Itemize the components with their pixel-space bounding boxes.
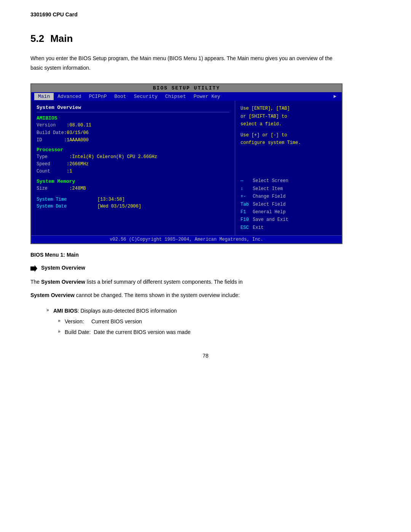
page-number: 78	[30, 353, 381, 359]
key-general-help: F1General Help	[241, 208, 336, 216]
bios-help-text-5: Use [+] or [-] to	[241, 131, 336, 139]
bios-menu-chipset[interactable]: Chipset	[161, 93, 190, 100]
amibios-label: AMIBIOS	[37, 115, 229, 121]
bios-right-panel: Use [ENTER], [TAB] or [SHIFT-TAB] to sel…	[235, 101, 342, 235]
bios-footer: v02.56 (C)Copyright 1985-2004, American …	[31, 235, 342, 243]
processor-speed-row: Speed :2666MHz	[37, 161, 229, 168]
amibios-sub-list: Version: Current BIOS version Build Date…	[53, 316, 381, 337]
overview-bullet-list: AMI BIOS: Displays auto-detected BIOS in…	[30, 305, 381, 337]
doc-title: 3301690 CPU Card	[30, 11, 381, 18]
bios-help-text-1: Use [ENTER], [TAB]	[241, 105, 336, 112]
key-select-screen: ↔Select Screen	[241, 177, 336, 185]
section-heading: 5.2Main	[30, 33, 381, 45]
bios-menu-bar: Main Advanced PCIPnP Boot Security Chips…	[31, 92, 342, 101]
intro-text: When you enter the BIOS Setup program, t…	[30, 54, 342, 73]
bios-menu-advanced[interactable]: Advanced	[54, 93, 85, 100]
key-select-field: TabSelect Field	[241, 201, 336, 208]
bullet-build-date: Build Date: Date the current BIOS versio…	[65, 327, 381, 337]
bios-id-row: ID :1AAAA000	[37, 137, 229, 144]
bullet-version: Version: Current BIOS version	[65, 316, 381, 327]
bios-menu-boot[interactable]: Boot	[110, 93, 130, 100]
bios-menu-more-arrow: ►	[331, 93, 339, 100]
bios-menu-security[interactable]: Security	[130, 93, 161, 100]
processor-count-row: Count :1	[37, 168, 229, 175]
bios-help-text-3: select a field.	[241, 120, 336, 128]
overview-body-2: System Overview cannot be changed. The i…	[30, 291, 342, 300]
key-select-item: ↕Select Item	[241, 185, 336, 193]
bios-help-text-6: configure system Time.	[241, 139, 336, 147]
bullet-amibios: AMI BIOS: Displays auto-detected BIOS in…	[53, 305, 381, 337]
bios-content: System Overview AMIBIOS Version :08.00.1…	[31, 101, 342, 235]
key-save-exit: F10Save and Exit	[241, 216, 336, 224]
bios-menu-main[interactable]: Main	[34, 93, 54, 100]
processor-type-row: Type :Intel(R) Celeron(R) CPU 2.66GHz	[37, 153, 229, 161]
bios-help-text-2: or [SHIFT-TAB] to	[241, 113, 336, 120]
memory-size-row: Size :248MB	[37, 185, 229, 192]
bios-screen: BIOS SETUP UTILITY Main Advanced PCIPnP …	[30, 83, 342, 244]
bios-menu-pciPnP[interactable]: PCIPnP	[85, 93, 111, 100]
bios-menu-power-key[interactable]: Power Key	[190, 93, 224, 100]
system-overview-section-header: System Overview	[30, 265, 381, 272]
section-arrow-icon	[30, 265, 37, 272]
overview-body-1: The System Overview lists a brief summar…	[30, 277, 342, 287]
system-overview-title: System Overview	[37, 105, 229, 110]
key-exit: ESCExit	[241, 224, 336, 232]
processor-label: Processor	[37, 147, 229, 153]
key-change-field: +-Change Field	[241, 193, 336, 200]
bios-build-date-row: Build Date:03/15/06	[37, 129, 229, 137]
system-memory-label: System Memory	[37, 179, 229, 184]
bios-left-panel: System Overview AMIBIOS Version :08.00.1…	[31, 101, 235, 235]
bios-key-table: ↔Select Screen ↕Select Item +-Change Fie…	[241, 177, 336, 232]
system-overview-heading: System Overview	[41, 265, 85, 271]
bios-menu-label: BIOS Menu 1: Main	[30, 252, 381, 258]
system-time-row[interactable]: System Time [13:34:58]	[37, 197, 229, 202]
bios-version-row: Version :08.00.11	[37, 122, 229, 129]
bios-title-bar: BIOS SETUP UTILITY	[31, 84, 342, 92]
system-date-row[interactable]: System Date [Wed 03/15/2006]	[37, 204, 229, 209]
